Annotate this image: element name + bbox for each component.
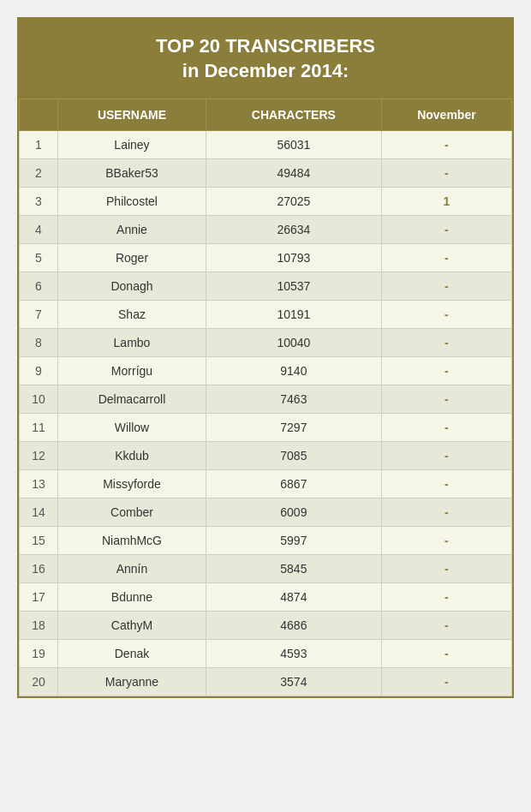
cell-characters: 10191	[206, 301, 381, 329]
cell-characters: 4874	[206, 583, 381, 612]
cell-rank: 10	[20, 385, 58, 414]
cell-rank: 4	[20, 216, 58, 244]
cell-characters: 7085	[206, 442, 381, 470]
main-container: TOP 20 TRANSCRIBERS in December 2014: US…	[17, 17, 514, 698]
cell-rank: 11	[20, 414, 58, 442]
cell-november: -	[381, 357, 511, 385]
table-row: 18CathyM4686-	[20, 612, 512, 640]
cell-november: -	[381, 583, 511, 612]
cell-november: -	[381, 668, 511, 696]
cell-characters: 10040	[206, 329, 381, 357]
cell-november: 1	[381, 188, 511, 216]
cell-username: Bdunne	[58, 583, 206, 612]
cell-november: -	[381, 244, 511, 272]
cell-username: Denak	[58, 640, 206, 668]
cell-november: -	[381, 499, 511, 527]
cell-characters: 5997	[206, 527, 381, 555]
cell-username: Lainey	[58, 131, 206, 159]
cell-characters: 9140	[206, 357, 381, 385]
table-row: 19Denak4593-	[20, 640, 512, 668]
cell-characters: 6009	[206, 499, 381, 527]
table-row: 2BBaker5349484-	[20, 159, 512, 188]
cell-characters: 3574	[206, 668, 381, 696]
cell-username: Kkdub	[58, 442, 206, 470]
table-row: 12Kkdub7085-	[20, 442, 512, 470]
table-row: 7Shaz10191-	[20, 301, 512, 329]
cell-characters: 5845	[206, 555, 381, 583]
cell-characters: 10793	[206, 244, 381, 272]
table-row: 3Philcostel270251	[20, 188, 512, 216]
cell-rank: 2	[20, 159, 58, 188]
cell-november: -	[381, 329, 511, 357]
cell-november: -	[381, 131, 511, 159]
cell-rank: 13	[20, 470, 58, 499]
cell-username: CathyM	[58, 612, 206, 640]
cell-rank: 12	[20, 442, 58, 470]
cell-november: -	[381, 301, 511, 329]
table-row: 10Delmacarroll7463-	[20, 385, 512, 414]
table-row: 13Missyforde6867-	[20, 470, 512, 499]
col-november: November	[381, 99, 511, 131]
title-block: TOP 20 TRANSCRIBERS in December 2014:	[19, 19, 512, 99]
cell-november: -	[381, 442, 511, 470]
cell-november: -	[381, 640, 511, 668]
col-characters: CHARACTERS	[206, 99, 381, 131]
cell-november: -	[381, 470, 511, 499]
cell-november: -	[381, 414, 511, 442]
table-row: 14Comber6009-	[20, 499, 512, 527]
cell-rank: 1	[20, 131, 58, 159]
cell-username: Annie	[58, 216, 206, 244]
cell-rank: 6	[20, 272, 58, 301]
cell-username: Delmacarroll	[58, 385, 206, 414]
table-row: 16Annín5845-	[20, 555, 512, 583]
cell-username: Philcostel	[58, 188, 206, 216]
cell-rank: 19	[20, 640, 58, 668]
cell-rank: 15	[20, 527, 58, 555]
table-header-row: USERNAME CHARACTERS November	[20, 99, 512, 131]
cell-characters: 56031	[206, 131, 381, 159]
cell-rank: 5	[20, 244, 58, 272]
table-row: 15NiamhMcG5997-	[20, 527, 512, 555]
cell-rank: 16	[20, 555, 58, 583]
cell-username: Maryanne	[58, 668, 206, 696]
cell-username: BBaker53	[58, 159, 206, 188]
cell-username: Roger	[58, 244, 206, 272]
col-username: USERNAME	[58, 99, 206, 131]
table-row: 11Willow7297-	[20, 414, 512, 442]
cell-username: Lambo	[58, 329, 206, 357]
cell-november: -	[381, 612, 511, 640]
cell-characters: 7463	[206, 385, 381, 414]
cell-november: -	[381, 385, 511, 414]
cell-username: Missyforde	[58, 470, 206, 499]
cell-rank: 18	[20, 612, 58, 640]
cell-rank: 9	[20, 357, 58, 385]
table-row: 20Maryanne3574-	[20, 668, 512, 696]
cell-rank: 3	[20, 188, 58, 216]
cell-username: Annín	[58, 555, 206, 583]
page-title: TOP 20 TRANSCRIBERS in December 2014:	[27, 34, 504, 83]
cell-username: Willow	[58, 414, 206, 442]
cell-characters: 49484	[206, 159, 381, 188]
cell-rank: 14	[20, 499, 58, 527]
cell-november: -	[381, 216, 511, 244]
cell-characters: 26634	[206, 216, 381, 244]
cell-november: -	[381, 159, 511, 188]
cell-november: -	[381, 555, 511, 583]
table-row: 6Donagh10537-	[20, 272, 512, 301]
cell-characters: 27025	[206, 188, 381, 216]
col-rank	[20, 99, 58, 131]
cell-rank: 8	[20, 329, 58, 357]
cell-november: -	[381, 527, 511, 555]
cell-username: NiamhMcG	[58, 527, 206, 555]
cell-characters: 10537	[206, 272, 381, 301]
cell-characters: 6867	[206, 470, 381, 499]
table-row: 1Lainey56031-	[20, 131, 512, 159]
table-row: 4Annie26634-	[20, 216, 512, 244]
cell-rank: 7	[20, 301, 58, 329]
cell-username: Shaz	[58, 301, 206, 329]
cell-characters: 4593	[206, 640, 381, 668]
leaderboard-table: USERNAME CHARACTERS November 1Lainey5603…	[19, 99, 512, 696]
table-row: 17Bdunne4874-	[20, 583, 512, 612]
cell-username: Morrígu	[58, 357, 206, 385]
cell-rank: 20	[20, 668, 58, 696]
